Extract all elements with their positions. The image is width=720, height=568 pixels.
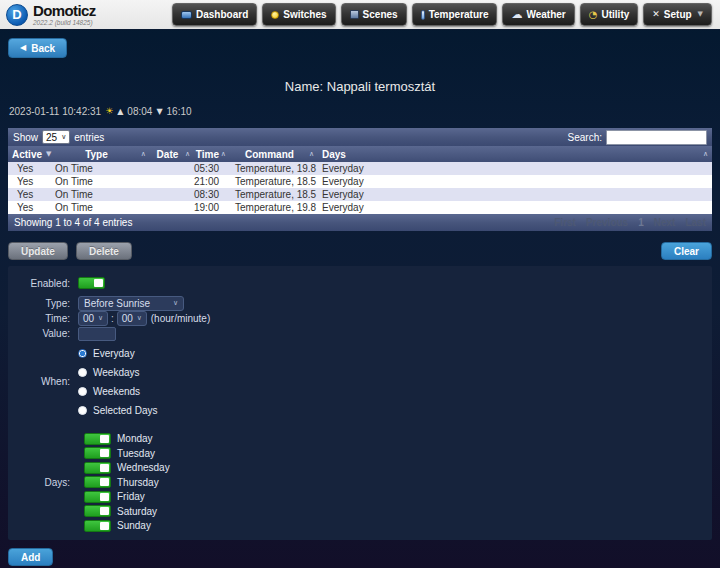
main-nav: Dashboard Switches Scenes Temperature ☁ … xyxy=(172,3,712,26)
day-toggle-tuesday[interactable]: Tuesday xyxy=(84,447,170,460)
day-toggle-saturday[interactable]: Saturday xyxy=(84,505,170,518)
nav-temperature[interactable]: Temperature xyxy=(412,3,498,26)
radio-icon xyxy=(78,368,87,377)
toggle-on-icon xyxy=(84,476,111,488)
sort-icon: ∧ xyxy=(309,151,318,158)
domoticz-logo: D Domoticz 2022.2 (build 14825) xyxy=(6,3,96,26)
table-info: Showing 1 to 4 of 4 entries xyxy=(14,217,132,228)
type-label: Type: xyxy=(8,298,70,309)
back-button[interactable]: ◀ Back xyxy=(8,38,67,58)
time-label: Time: xyxy=(8,313,70,324)
logo-version: 2022.2 (build 14825) xyxy=(33,19,96,26)
day-toggle-wednesday[interactable]: Wednesday xyxy=(84,461,170,474)
when-option-weekends[interactable]: Weekends xyxy=(78,386,157,396)
wrench-icon: ✕ xyxy=(652,10,660,19)
page-title: Name: Nappali termosztát xyxy=(0,79,720,94)
when-label: When: xyxy=(8,376,70,387)
days-label: Days: xyxy=(8,477,70,488)
clear-button[interactable]: Clear xyxy=(661,242,712,260)
value-input[interactable] xyxy=(78,327,116,341)
pagination: First Previous 1 Next Last xyxy=(554,217,706,228)
dashboard-icon xyxy=(181,11,192,19)
nav-switches[interactable]: Switches xyxy=(262,3,335,26)
table-row[interactable]: Yes On Time 19:00 Temperature, 19.8 Ever… xyxy=(8,201,712,214)
back-arrow-icon: ◀ xyxy=(20,44,26,52)
toggle-on-icon xyxy=(84,505,111,517)
nav-setup[interactable]: ✕ Setup ▼ xyxy=(643,3,712,26)
current-datetime: 2023-01-11 10:42:31 xyxy=(9,106,101,117)
timer-type-select[interactable]: Before Sunrise ∨ xyxy=(78,296,184,311)
chevron-down-icon: ▼ xyxy=(698,11,703,18)
toggle-on-icon xyxy=(84,447,111,459)
page-size-select[interactable]: 25 ∨ xyxy=(42,130,70,144)
nav-utility[interactable]: ◔ Utility xyxy=(580,3,639,26)
sunrise-icon: ▲ xyxy=(117,108,123,116)
column-header-type[interactable]: Type ∧ xyxy=(52,146,150,162)
pagination-next[interactable]: Next xyxy=(654,217,676,228)
when-option-weekdays[interactable]: Weekdays xyxy=(78,367,157,377)
day-toggle-friday[interactable]: Friday xyxy=(84,490,170,503)
value-row: Value: xyxy=(8,326,712,341)
select-caret-icon: ∨ xyxy=(137,315,142,322)
select-caret-icon: ∨ xyxy=(98,315,103,322)
when-option-everyday[interactable]: Everyday xyxy=(78,348,157,358)
pagination-last[interactable]: Last xyxy=(685,217,706,228)
column-header-time[interactable]: Time ∧ xyxy=(194,146,230,162)
table-row[interactable]: Yes On Time 05:30 Temperature, 19.8 Ever… xyxy=(8,162,712,175)
timers-table: Show 25 ∨ entries Search: Active ▼ Type … xyxy=(8,128,712,231)
lightbulb-icon xyxy=(271,11,279,19)
entries-label: entries xyxy=(74,132,104,143)
toggle-on-icon xyxy=(84,433,111,445)
gauge-icon: ◔ xyxy=(589,10,598,20)
value-label: Value: xyxy=(8,328,70,339)
when-group: When: Everyday Weekdays Weekends Selecte… xyxy=(8,348,712,415)
sunrise-time: 08:04 xyxy=(127,106,152,117)
toggle-on-icon xyxy=(84,520,111,532)
column-header-command[interactable]: Command ∧ xyxy=(230,146,318,162)
datetime-bar: 2023-01-11 10:42:31 ☀ ▲ 08:04 ▼ 16:10 xyxy=(9,106,720,117)
day-toggle-thursday[interactable]: Thursday xyxy=(84,476,170,489)
minute-select[interactable]: 00 ∨ xyxy=(117,311,147,326)
sunset-icon: ▼ xyxy=(156,108,162,116)
search-label: Search: xyxy=(568,132,602,143)
sort-icon: ∧ xyxy=(141,151,150,158)
table-row[interactable]: Yes On Time 08:30 Temperature, 18.5 Ever… xyxy=(8,188,712,201)
sort-icon: ∧ xyxy=(221,151,230,158)
nav-weather[interactable]: ☁ Weather xyxy=(502,3,574,26)
days-group: Days: Monday Tuesday Wednesday Thursday … xyxy=(8,432,712,534)
enabled-toggle[interactable] xyxy=(78,277,105,289)
cloud-icon: ☁ xyxy=(511,9,522,20)
table-toolbar: Show 25 ∨ entries Search: xyxy=(8,128,712,146)
table-footer: Showing 1 to 4 of 4 entries First Previo… xyxy=(8,214,712,231)
toggle-on-icon xyxy=(84,491,111,503)
sort-icon: ∧ xyxy=(185,151,194,158)
sun-icon: ☀ xyxy=(105,107,113,116)
pagination-page-1[interactable]: 1 xyxy=(638,217,644,228)
search-input[interactable] xyxy=(606,130,707,145)
when-option-selected-days[interactable]: Selected Days xyxy=(78,405,157,415)
hour-select[interactable]: 00 ∨ xyxy=(78,311,108,326)
update-button[interactable]: Update xyxy=(8,242,68,260)
column-header-active[interactable]: Active ▼ xyxy=(8,146,52,162)
table-row[interactable]: Yes On Time 21:00 Temperature, 18.5 Ever… xyxy=(8,175,712,188)
nav-dashboard[interactable]: Dashboard xyxy=(172,3,257,26)
pagination-first[interactable]: First xyxy=(554,217,576,228)
thermometer-icon xyxy=(421,10,425,20)
nav-scenes[interactable]: Scenes xyxy=(341,3,407,26)
show-label: Show xyxy=(13,132,38,143)
day-toggle-monday[interactable]: Monday xyxy=(84,432,170,445)
table-actions: Update Delete Clear xyxy=(8,242,712,260)
delete-button[interactable]: Delete xyxy=(76,242,132,260)
add-button[interactable]: Add xyxy=(8,548,53,566)
column-header-days[interactable]: Days ∧ xyxy=(318,146,712,162)
day-toggle-sunday[interactable]: Sunday xyxy=(84,519,170,532)
app-header: D Domoticz 2022.2 (build 14825) Dashboar… xyxy=(0,0,720,30)
sort-desc-icon: ▼ xyxy=(46,151,51,158)
toggle-on-icon xyxy=(84,462,111,474)
table-header: Active ▼ Type ∧ Date ∧ Time ∧ Command ∧ … xyxy=(8,146,712,162)
time-hint: (hour/minute) xyxy=(151,313,210,324)
column-header-date[interactable]: Date ∧ xyxy=(150,146,194,162)
pagination-previous[interactable]: Previous xyxy=(586,217,628,228)
logo-title: Domoticz xyxy=(33,3,96,18)
select-caret-icon: ∨ xyxy=(173,300,178,307)
